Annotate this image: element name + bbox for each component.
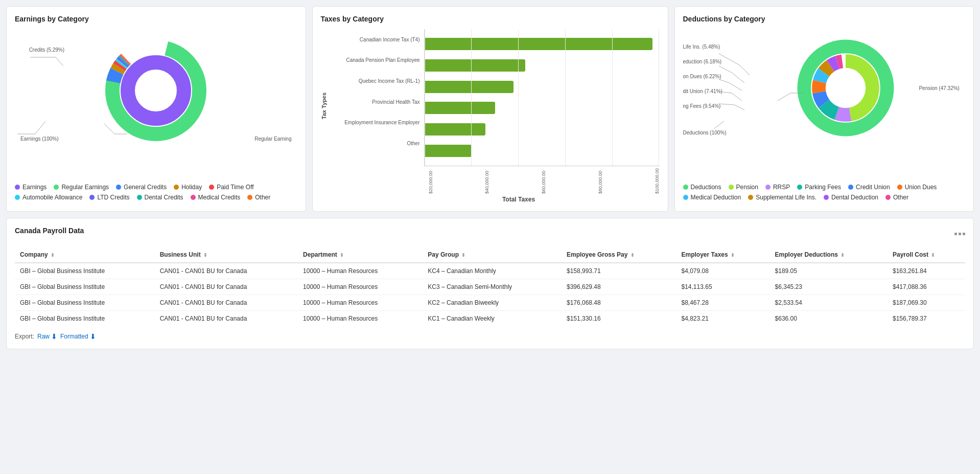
table-options[interactable] — [954, 233, 965, 235]
table-body: GBI – Global Business InstituteCAN01 - C… — [15, 263, 965, 326]
legend-other-deductions: Other — [885, 194, 908, 201]
earnings-donut-svg — [100, 34, 212, 147]
col-department[interactable]: Department ⇕ — [298, 247, 423, 263]
legend-medical-deduction: Medical Deduction — [683, 194, 741, 201]
legend-earnings: Earnings — [15, 184, 46, 191]
svg-line-37 — [719, 104, 734, 105]
taxes-chart-title: Taxes by Category — [321, 15, 660, 23]
table-cell: CAN01 - CAN01 BU for Canada — [155, 311, 298, 327]
table-dot-3 — [963, 233, 965, 235]
table-header-row: Canada Payroll Data — [15, 227, 965, 241]
sort-company[interactable]: ⇕ — [51, 253, 55, 258]
export-raw-link[interactable]: Raw ⬇ — [37, 332, 57, 341]
bar-canadian-income-tax — [425, 38, 652, 50]
regular-earning-annotation: Regular Earning — [254, 136, 291, 142]
earnings-legend: Earnings Regular Earnings General Credit… — [15, 184, 297, 201]
col-employer-taxes[interactable]: Employer Taxes ⇕ — [676, 247, 770, 263]
table-cell: $417,088.36 — [888, 279, 965, 295]
bar-quebec-tax — [425, 81, 514, 93]
charts-row: Earnings by Category Credits (5.29%) Ear… — [6, 6, 974, 212]
bar-other — [425, 145, 472, 157]
deductions-chart-title: Deductions by Category — [683, 15, 966, 23]
bar-row-6 — [425, 142, 660, 160]
deductions-legend: Deductions Pension RRSP Parking Fees Cre… — [683, 184, 966, 201]
legend-supplemental-life: Supplemental Life Ins. — [748, 194, 816, 201]
legend-automobile: Automobile Allowance — [15, 194, 82, 201]
deductions-chart-panel: Deductions by Category Life Ins. (5.48%)… — [674, 6, 974, 212]
export-formatted-link[interactable]: Formatted ⬇ — [60, 332, 96, 341]
sort-gross-pay[interactable]: ⇕ — [631, 253, 635, 258]
table-cell: $636.00 — [770, 311, 888, 327]
sort-employer-taxes[interactable]: ⇕ — [731, 253, 735, 258]
earnings-annotation: Earnings (100%) — [20, 136, 58, 142]
bar-provincial-health — [425, 102, 495, 114]
legend-holiday: Holiday — [174, 184, 202, 191]
bar-row-1 — [425, 35, 660, 53]
table-cell: $151,330.16 — [562, 311, 676, 327]
table-row: GBI – Global Business InstituteCAN01 - C… — [15, 311, 965, 327]
table-cell: $4,079.08 — [676, 263, 770, 279]
ann-union-dues: on Dues (6.22%) — [683, 74, 721, 79]
legend-medical-credits: Medical Credits — [191, 194, 241, 201]
bar-row-4 — [425, 99, 660, 117]
table-cell: GBI – Global Business Institute — [15, 295, 155, 311]
credits-annotation: Credits (5.29%) — [29, 47, 64, 53]
svg-line-32 — [729, 83, 742, 91]
bar-employment-insurance — [425, 123, 486, 136]
col-business-unit[interactable]: Business Unit ⇕ — [155, 247, 298, 263]
table-header: Company ⇕ Business Unit ⇕ Department ⇕ P… — [15, 247, 965, 263]
dashboard: Earnings by Category Credits (5.29%) Ear… — [0, 0, 980, 355]
table-cell: $158,993.71 — [562, 263, 676, 279]
table-cell: $156,789.37 — [888, 311, 965, 327]
svg-line-11 — [56, 57, 63, 66]
export-label: Export: — [15, 333, 34, 340]
sort-payroll-cost[interactable]: ⇕ — [931, 253, 935, 258]
ann-reduction: eduction (6.18%) — [683, 59, 722, 64]
svg-line-36 — [734, 105, 744, 110]
payroll-table: Company ⇕ Business Unit ⇕ Department ⇕ P… — [15, 247, 965, 326]
taxes-x-axis-title: Total Taxes — [327, 196, 660, 203]
table-cell: 10000 – Human Resources — [298, 295, 423, 311]
raw-download-icon: ⬇ — [51, 332, 57, 341]
taxes-y-axis-title: Tax Types — [321, 93, 327, 119]
ann-parking-fees: ng Fees (9.54%) — [683, 103, 721, 109]
table-row: GBI – Global Business InstituteCAN01 - C… — [15, 263, 965, 279]
legend-rrsp: RRSP — [765, 184, 790, 191]
table-cell: $6,345.23 — [770, 279, 888, 295]
table-cell: $163,261.84 — [888, 263, 965, 279]
col-company[interactable]: Company ⇕ — [15, 247, 155, 263]
bar-pension-plan — [425, 59, 526, 72]
table-cell: GBI – Global Business Institute — [15, 263, 155, 279]
sort-employer-deductions[interactable]: ⇕ — [841, 253, 845, 258]
col-employer-deductions[interactable]: Employer Deductions ⇕ — [770, 247, 888, 263]
taxes-y-labels: Canadian Income Tax (T4) Canada Pension … — [327, 29, 424, 166]
ann-deductions: Deductions (100%) — [683, 130, 727, 136]
bar-row-3 — [425, 78, 660, 96]
svg-line-13 — [35, 121, 45, 134]
sort-department[interactable]: ⇕ — [340, 253, 344, 258]
table-dot-2 — [959, 233, 961, 235]
table-cell: KC1 – Canadian Weekly — [423, 311, 562, 327]
table-cell: $189.05 — [770, 263, 888, 279]
deductions-donut-svg — [792, 34, 899, 142]
table-cell: 10000 – Human Resources — [298, 279, 423, 295]
legend-paid-time-off: Paid Time Off — [209, 184, 253, 191]
col-pay-group[interactable]: Pay Group ⇕ — [423, 247, 562, 263]
table-dot-1 — [954, 233, 957, 235]
bar-row-2 — [425, 56, 660, 75]
svg-line-33 — [719, 79, 729, 83]
svg-line-31 — [719, 66, 732, 73]
taxes-x-labels: $20,000.00 $40,000.00 $60,000.00 $80,000… — [327, 168, 660, 194]
earnings-dot — [15, 185, 20, 190]
col-gross-pay[interactable]: Employee Gross Pay ⇕ — [562, 247, 676, 263]
table-cell: CAN01 - CAN01 BU for Canada — [155, 279, 298, 295]
table-cell: KC4 – Canadian Monthly — [423, 263, 562, 279]
table-cell: $14,113.65 — [676, 279, 770, 295]
ann-life-ins: Life Ins. (5.48%) — [683, 44, 720, 50]
table-cell: 10000 – Human Resources — [298, 311, 423, 327]
col-payroll-cost[interactable]: Payroll Cost ⇕ — [888, 247, 965, 263]
sort-business-unit[interactable]: ⇕ — [203, 253, 207, 258]
svg-line-30 — [732, 73, 744, 83]
table-cell: KC2 – Canadian Biweekly — [423, 295, 562, 311]
sort-pay-group[interactable]: ⇕ — [461, 253, 465, 258]
